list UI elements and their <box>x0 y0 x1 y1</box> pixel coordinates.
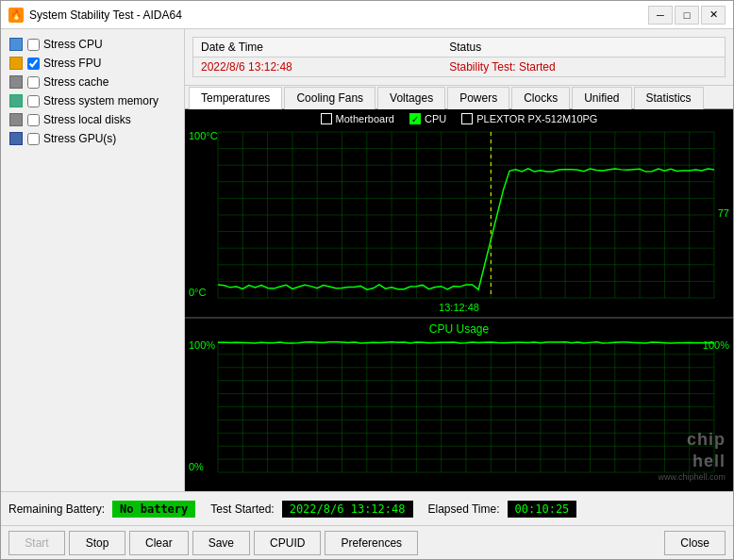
tab-bar: TemperaturesCooling FansVoltagesPowersCl… <box>185 86 733 108</box>
stress-option-row: Stress FPU <box>8 56 176 71</box>
temp-y-bottom: 0°C <box>189 287 206 298</box>
temp-y-top: 100°C <box>189 130 218 141</box>
stress-gpu-label: Stress GPU(s) <box>43 132 116 145</box>
battery-label: Remaining Battery: <box>8 502 105 516</box>
tab-clocks[interactable]: Clocks <box>511 87 570 109</box>
main-window: 🔥 System Stability Test - AIDA64 ─ □ ✕ S… <box>0 0 734 560</box>
stress-disks-checkbox[interactable] <box>27 114 40 126</box>
temp-value-right: 77 <box>718 207 729 219</box>
preferences-btn[interactable]: Preferences <box>325 531 418 555</box>
save-btn[interactable]: Save <box>192 531 250 555</box>
stress-gpu-checkbox[interactable] <box>27 133 40 145</box>
legend-label: PLEXTOR PX-512M10PG <box>476 113 597 124</box>
legend-checkbox[interactable]: ✓ <box>409 113 421 124</box>
stop-btn[interactable]: Stop <box>69 531 125 555</box>
datetime-value: 2022/8/6 13:12:48 <box>193 58 442 77</box>
app-icon: 🔥 <box>8 8 24 23</box>
stress-option-row: Stress GPU(s) <box>8 131 176 146</box>
maximize-button[interactable]: □ <box>675 6 699 25</box>
legend-item: ✓CPU <box>409 113 446 124</box>
legend-checkbox[interactable] <box>321 113 332 124</box>
cpu-chart: CPU Usage 100% 0% 100% chiphell www.chip… <box>185 319 733 491</box>
tab-powers[interactable]: Powers <box>447 87 509 109</box>
legend-item: Motherboard <box>321 113 394 124</box>
chart-legend: Motherboard✓CPUPLEXTOR PX-512M10PG <box>185 113 733 124</box>
close-button[interactable]: ✕ <box>701 6 726 25</box>
stress-cache-checkbox[interactable] <box>27 76 40 89</box>
stress-disks-label: Stress local disks <box>43 113 131 126</box>
legend-item: PLEXTOR PX-512M10PG <box>461 113 597 124</box>
elapsed-value: 00:10:25 <box>508 501 577 518</box>
left-panel: Stress CPUStress FPUStress cacheStress s… <box>1 29 185 491</box>
cpu-chart-title: CPU Usage <box>185 322 733 336</box>
start-btn: Start <box>8 531 65 555</box>
stress-fpu-checkbox[interactable] <box>27 58 40 70</box>
bottom-bar: StartStopClearSaveCPUIDPreferencesClose <box>1 525 733 559</box>
tab-unified[interactable]: Unified <box>572 87 631 109</box>
stress-option-row: Stress local disks <box>8 112 176 127</box>
minimize-button[interactable]: ─ <box>648 6 673 25</box>
window-controls: ─ □ ✕ <box>648 6 726 25</box>
legend-label: CPU <box>425 113 446 124</box>
legend-label: Motherboard <box>336 113 394 124</box>
elapsed-label: Elapsed Time: <box>428 502 500 516</box>
stress-option-row: Stress CPU <box>8 37 176 52</box>
stress-memory-checkbox[interactable] <box>27 95 40 107</box>
clear-btn[interactable]: Clear <box>129 531 189 555</box>
temp-x-label: 13:12:48 <box>439 302 479 313</box>
cpu-value-right: 100% <box>703 339 729 351</box>
stress-icon-stress-cpu <box>8 37 24 52</box>
tab-statistics[interactable]: Statistics <box>634 87 704 109</box>
window-title: System Stability Test - AIDA64 <box>29 8 648 22</box>
cpu-y-bottom: 0% <box>189 461 204 472</box>
title-bar: 🔥 System Stability Test - AIDA64 ─ □ ✕ <box>1 1 733 29</box>
stress-icon-stress-gpu <box>8 131 24 146</box>
stress-fpu-label: Stress FPU <box>43 57 101 70</box>
stress-cache-label: Stress cache <box>43 75 108 89</box>
watermark: chiphell www.chiphell.com <box>658 429 726 484</box>
cpuid-btn[interactable]: CPUID <box>254 531 321 555</box>
stress-option-row: Stress system memory <box>8 93 176 108</box>
status-bar: Remaining Battery: No battery Test Start… <box>1 491 733 525</box>
info-row: 2022/8/6 13:12:48 Stability Test: Starte… <box>193 58 725 77</box>
stress-options: Stress CPUStress FPUStress cacheStress s… <box>8 37 176 146</box>
col-datetime: Date & Time <box>193 38 442 58</box>
tab-voltages[interactable]: Voltages <box>377 87 445 109</box>
main-content: Stress CPUStress FPUStress cacheStress s… <box>1 29 733 491</box>
close-btn[interactable]: Close <box>664 531 726 555</box>
stress-icon-stress-fpu <box>8 56 24 71</box>
test-started-label: Test Started: <box>210 502 274 516</box>
stress-cpu-checkbox[interactable] <box>27 39 40 51</box>
stress-memory-label: Stress system memory <box>43 94 158 107</box>
stress-icon-stress-disks <box>8 112 24 127</box>
stress-icon-stress-cache <box>8 74 24 90</box>
charts-area: Motherboard✓CPUPLEXTOR PX-512M10PG 100°C… <box>185 108 733 491</box>
cpu-y-top: 100% <box>189 339 215 351</box>
stress-option-row: Stress cache <box>8 74 176 90</box>
right-panel: Date & Time Status 2022/8/6 13:12:48 Sta… <box>185 29 733 491</box>
tabs-container: TemperaturesCooling FansVoltagesPowersCl… <box>185 85 733 108</box>
info-table: Date & Time Status 2022/8/6 13:12:48 Sta… <box>192 37 726 77</box>
battery-value: No battery <box>112 501 195 518</box>
col-status: Status <box>442 38 725 58</box>
stress-icon-stress-memory <box>8 93 24 108</box>
stress-cpu-label: Stress CPU <box>43 38 103 51</box>
tab-cooling-fans[interactable]: Cooling Fans <box>284 87 375 109</box>
temp-chart: Motherboard✓CPUPLEXTOR PX-512M10PG 100°C… <box>185 109 733 319</box>
tab-temperatures[interactable]: Temperatures <box>189 87 282 109</box>
legend-checkbox[interactable] <box>461 113 473 124</box>
test-started-value: 2022/8/6 13:12:48 <box>282 501 413 518</box>
status-value: Stability Test: Started <box>442 58 725 77</box>
